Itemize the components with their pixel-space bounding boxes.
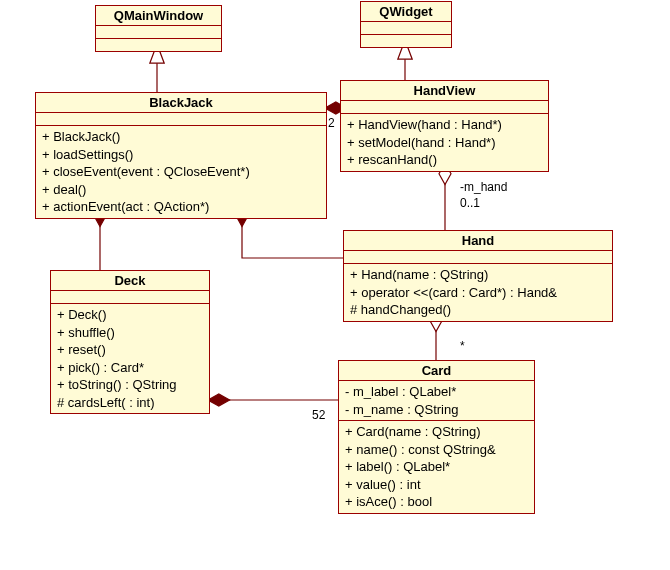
class-HandView: HandView+ HandView(hand : Hand*)+ setMod… xyxy=(340,80,549,172)
ops: + HandView(hand : Hand*)+ setModel(hand … xyxy=(341,114,548,171)
mult-card: * xyxy=(460,339,465,353)
attrs xyxy=(36,113,326,126)
class-name: Hand xyxy=(344,231,612,251)
class-name: QMainWindow xyxy=(96,6,221,26)
attrs xyxy=(344,251,612,264)
mult-deck-card: 52 xyxy=(312,408,325,422)
class-QMainWindow: QMainWindow xyxy=(95,5,222,52)
attrs xyxy=(341,101,548,114)
class-name: HandView xyxy=(341,81,548,101)
attrs xyxy=(51,291,209,304)
class-Deck: Deck+ Deck()+ shuffle()+ reset()+ pick()… xyxy=(50,270,210,414)
ops: + Deck()+ shuffle()+ reset()+ pick() : C… xyxy=(51,304,209,413)
mult-hand: 0..1 xyxy=(460,196,480,210)
class-name: Card xyxy=(339,361,534,381)
class-name: QWidget xyxy=(361,2,451,22)
ops: + Hand(name : QString)+ operator <<(card… xyxy=(344,264,612,321)
mult-handview: 2 xyxy=(328,116,335,130)
ops: + BlackJack()+ loadSettings()+ closeEven… xyxy=(36,126,326,218)
class-Card: Card- m_label : QLabel*- m_name : QStrin… xyxy=(338,360,535,514)
ops: + Card(name : QString)+ name() : const Q… xyxy=(339,421,534,513)
role-hand: -m_hand xyxy=(460,180,507,194)
attrs: - m_label : QLabel*- m_name : QString xyxy=(339,381,534,421)
class-BlackJack: BlackJack+ BlackJack()+ loadSettings()+ … xyxy=(35,92,327,219)
class-Hand: Hand+ Hand(name : QString)+ operator <<(… xyxy=(343,230,613,322)
class-QWidget: QWidget xyxy=(360,1,452,48)
class-name: BlackJack xyxy=(36,93,326,113)
class-name: Deck xyxy=(51,271,209,291)
